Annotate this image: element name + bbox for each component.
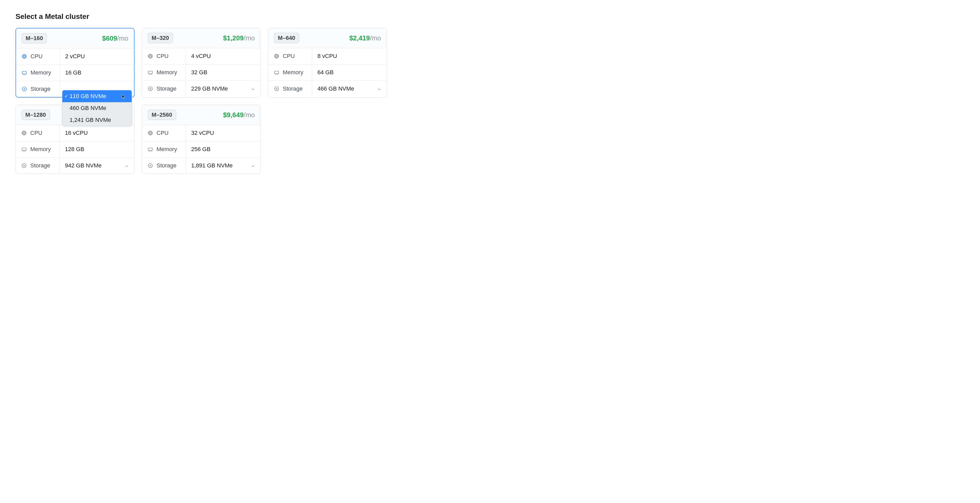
spec-row-cpu: CPU 2 vCPU [16,48,134,65]
memory-icon [147,146,153,153]
spec-label-cpu: CPU [16,48,60,64]
spec-row-storage: Storage 110 GB NVMe 460 GB NVMe 1,241 GB… [16,81,134,97]
price-period: /mo [244,111,255,119]
cluster-card-m640[interactable]: M–640 $2,419/mo CPU 8 vCPU Memory 64 GB [268,28,387,97]
chevron-down-icon [124,163,129,168]
storage-select[interactable]: 466 GB NVMe [312,81,387,97]
card-header: M–640 $2,419/mo [268,28,387,48]
price-period: /mo [244,34,255,42]
plan-badge: M–320 [148,33,173,43]
spec-label-storage: Storage [142,81,186,97]
svg-point-41 [150,88,151,89]
svg-point-20 [24,89,25,89]
svg-rect-14 [22,72,26,74]
memory-value: 64 GB [312,64,387,80]
price: $609/mo [102,34,128,43]
storage-value: 229 GB NVMe [191,85,228,92]
storage-label: Storage [30,162,50,169]
spec-row-memory: Memory 128 GB [16,141,134,158]
spec-label-storage: Storage [268,81,312,97]
cluster-card-m320[interactable]: M–320 $1,209/mo CPU 4 vCPU Memory 32 GB [142,28,261,97]
memory-label: Memory [156,146,177,153]
cluster-card-m160[interactable]: M–160 $609/mo CPU 2 vCPU Memory 16 GB [16,28,135,97]
svg-rect-35 [148,71,153,74]
svg-rect-84 [149,131,152,135]
spec-row-memory: Memory 256 GB [142,141,261,158]
storage-option-0[interactable]: 110 GB NVMe [62,90,132,102]
storage-select-wrap: 110 GB NVMe 460 GB NVMe 1,241 GB NVMe [60,87,134,91]
storage-icon [274,86,280,92]
spec-label-cpu: CPU [142,48,186,64]
page-title: Select a Metal cluster [16,13,964,21]
cpu-icon [147,130,153,136]
svg-rect-63 [22,131,25,135]
storage-label: Storage [156,162,177,169]
plan-badge: M–160 [22,33,47,43]
spec-row-storage: Storage 942 GB NVMe [16,158,134,174]
cpu-icon [147,53,153,59]
memory-value: 32 GB [186,64,261,80]
cpu-label: CPU [30,130,42,136]
storage-icon [21,86,27,92]
storage-option-2[interactable]: 1,241 GB NVMe [62,114,132,126]
memory-value: 128 GB [60,141,134,157]
storage-value: 466 GB NVMe [317,85,354,92]
spec-label-storage: Storage [16,81,60,97]
spec-label-memory: Memory [142,64,186,80]
cpu-label: CPU [283,53,295,59]
price-amount: $1,209 [223,34,244,42]
memory-label: Memory [283,69,303,76]
spec-row-storage: Storage 229 GB NVMe [142,81,261,97]
cpu-value: 4 vCPU [186,48,261,64]
svg-point-62 [276,88,277,89]
storage-select[interactable]: 229 GB NVMe [186,81,261,97]
spec-label-memory: Memory [16,65,60,81]
storage-value: 942 GB NVMe [65,162,102,169]
cluster-card-m2560[interactable]: M–2560 $9,649/mo CPU 32 vCPU Memory 256 … [142,105,261,174]
storage-dropdown[interactable]: 110 GB NVMe 460 GB NVMe 1,241 GB NVMe [62,90,132,126]
price-amount: $609 [102,34,117,42]
memory-label: Memory [30,146,51,153]
svg-rect-64 [23,132,25,134]
price: $1,209/mo [223,34,255,42]
svg-rect-77 [22,148,26,151]
storage-icon [21,162,27,169]
spec-row-storage: Storage 1,891 GB NVMe [142,158,261,174]
storage-option-1[interactable]: 460 GB NVMe [62,102,132,114]
memory-icon [147,69,153,76]
plan-badge: M–640 [274,33,299,43]
storage-select[interactable]: 1,891 GB NVMe [186,158,261,174]
spec-label-storage: Storage [16,158,60,174]
cpu-label: CPU [156,53,169,59]
cluster-grid: M–160 $609/mo CPU 2 vCPU Memory 16 GB [16,28,964,174]
svg-rect-56 [275,71,278,74]
svg-point-83 [24,165,25,166]
cpu-label: CPU [30,53,43,60]
svg-rect-42 [275,54,278,58]
cpu-value: 8 vCPU [312,48,387,64]
storage-select[interactable]: 942 GB NVMe [60,158,134,174]
spec-row-cpu: CPU 16 vCPU [16,125,134,141]
storage-label: Storage [283,85,303,92]
chevron-down-icon [377,86,382,91]
storage-icon [147,162,153,169]
plan-badge: M–1280 [21,110,50,120]
svg-rect-0 [23,55,26,58]
spec-label-cpu: CPU [16,125,60,141]
card-header: M–320 $1,209/mo [142,28,261,48]
price-amount: $2,419 [349,34,370,42]
price-amount: $9,649 [223,111,244,119]
spec-row-memory: Memory 16 GB [16,65,134,81]
spec-row-cpu: CPU 8 vCPU [268,48,387,64]
price: $9,649/mo [223,111,255,119]
memory-icon [21,70,27,76]
spec-row-memory: Memory 32 GB [142,64,261,81]
storage-value: 1,891 GB NVMe [191,162,232,169]
cpu-value: 2 vCPU [60,48,134,64]
memory-value: 256 GB [186,141,261,157]
cpu-value: 16 vCPU [60,125,134,141]
spec-label-storage: Storage [142,158,186,174]
spec-row-memory: Memory 64 GB [268,64,387,81]
spec-label-memory: Memory [268,64,312,80]
memory-icon [21,146,27,153]
